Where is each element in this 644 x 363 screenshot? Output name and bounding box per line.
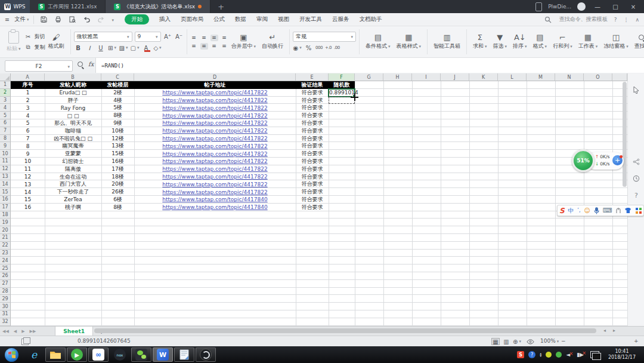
row-number-12[interactable]: 12 (0, 165, 11, 173)
font-size-select[interactable]: 9 (135, 32, 161, 42)
cell-B11[interactable]: 幻想骑士 (45, 158, 101, 165)
decrease-indent-icon[interactable]: ≡ (221, 35, 228, 41)
header-cell-0[interactable]: 序号 (11, 81, 45, 89)
column-header-C[interactable]: C (101, 73, 134, 81)
column-header-L[interactable]: L (498, 73, 527, 81)
cell-E14[interactable]: 符合要求 (296, 180, 329, 188)
emoji-icon[interactable]: ☺ (584, 207, 590, 214)
rows-columns-button[interactable]: ⌐行和列 (550, 33, 575, 51)
document-tab-1[interactable]: S 工作周报 1221.xlsx (30, 0, 106, 13)
redo-icon[interactable] (96, 15, 106, 24)
cell-A17[interactable]: 16 (11, 204, 45, 211)
toolbox-icon[interactable] (636, 208, 642, 214)
cell-E17[interactable]: 符合要求 (296, 204, 329, 211)
row-number-27[interactable]: 27 (0, 280, 11, 288)
cell-C5[interactable]: 8楼 (101, 112, 134, 119)
cell-B15[interactable]: 下一秒你走了 (45, 188, 101, 196)
cell-B14[interactable]: 西门大官人 (45, 180, 101, 188)
cell-E10[interactable]: 符合要求 (296, 150, 329, 158)
cell-E7[interactable]: 符合要求 (296, 127, 329, 135)
cell-B5[interactable]: □ □ (45, 112, 101, 119)
copy-button[interactable]: ⧉ 复制 (24, 43, 45, 52)
cell-B13[interactable]: 生命在运动 (45, 173, 101, 181)
cell-B9[interactable]: 幽冥魔蒂 (45, 142, 101, 150)
cell-B17[interactable]: 桃子啊 (45, 204, 101, 211)
row-number-25[interactable]: 25 (0, 264, 11, 272)
column-header-D[interactable]: D (134, 73, 296, 81)
header-cell-4[interactable]: 验证结果 (296, 81, 329, 89)
search-icon[interactable] (543, 15, 553, 24)
smart-toolbox-button[interactable]: ▥ 智能工具箱 (431, 33, 463, 51)
cell-C7[interactable]: 10楼 (101, 127, 134, 135)
cell-A16[interactable]: 15 (11, 196, 45, 204)
booster-add-button[interactable]: + (612, 155, 623, 165)
more-icon[interactable]: ⋮ (623, 17, 628, 23)
align-left-icon[interactable]: ≡ (190, 43, 198, 50)
hamburger-icon[interactable]: ≡ (5, 16, 10, 23)
column-header-E[interactable]: E (296, 73, 329, 81)
cut-button[interactable]: ✂ 剪切 (24, 32, 45, 41)
column-header-F[interactable]: F (329, 73, 355, 81)
prev-sheet-icon[interactable]: ◀ (11, 329, 19, 334)
cell-A15[interactable]: 14 (11, 188, 45, 196)
collapse-ribbon-icon[interactable]: ∧ (635, 17, 639, 23)
cell-D12[interactable]: https://www.taptap.com/topic/4417822 (134, 165, 296, 173)
cell-C12[interactable]: 17楼 (101, 165, 134, 173)
table-style-button[interactable]: ▦ 表格样式 (394, 33, 425, 51)
increase-font-icon[interactable]: A⁺ (163, 32, 172, 41)
cell-B4[interactable]: Ray Fong (45, 104, 101, 112)
underline-button[interactable]: U (97, 44, 106, 53)
cell-C3[interactable]: 4楼 (101, 97, 134, 104)
cell-A4[interactable]: 3 (11, 104, 45, 112)
punctuation-icon[interactable]: ’, (577, 208, 580, 213)
row-number-32[interactable]: 32 (0, 318, 11, 326)
cell-E12[interactable]: 符合要求 (296, 165, 329, 173)
cell-D11[interactable]: https://www.taptap.com/topic/4417822 (134, 158, 296, 165)
cell-E13[interactable]: 符合要求 (296, 173, 329, 181)
column-header-A[interactable]: A (11, 73, 45, 81)
font-name-select[interactable]: 微软雅黑 (74, 32, 132, 42)
cell-A2[interactable]: 1 (11, 89, 45, 97)
cell-D13[interactable]: https://www.taptap.com/topic/4417822 (134, 173, 296, 181)
scroll-left-icon[interactable]: ◂ (603, 328, 606, 333)
row-number-29[interactable]: 29 (0, 295, 11, 303)
row-number-13[interactable]: 13 (0, 173, 11, 181)
freeze-panes-button[interactable]: ◫冻结窗格 (600, 33, 631, 51)
formula-input[interactable]: =RAND() (95, 58, 644, 73)
align-center-icon[interactable]: ≡ (200, 43, 208, 50)
column-header-K[interactable]: K (469, 73, 498, 81)
align-middle-icon[interactable]: ≡ (200, 35, 208, 41)
clear-format-icon[interactable]: ◇ (153, 44, 162, 53)
file-menu[interactable]: 文件 (14, 16, 29, 23)
increase-decimal-icon[interactable]: +.0 (325, 45, 332, 50)
next-sheet-icon[interactable]: ▶ (19, 329, 27, 334)
row-number-17[interactable]: 17 (0, 204, 11, 211)
cell-D7[interactable]: https://www.taptap.com/topic/4417822 (134, 127, 296, 135)
sort-button[interactable]: A↓排序 (510, 33, 530, 51)
cell-A14[interactable]: 13 (11, 180, 45, 188)
hidden-icons-arrow[interactable]: ▴▾ (540, 352, 541, 357)
row-number-9[interactable]: 9 (0, 142, 11, 150)
cell-A12[interactable]: 11 (11, 165, 45, 173)
menu-tab-3[interactable]: 公式 (213, 16, 225, 23)
cell-D4[interactable]: https://www.taptap.com/topic/4417822 (134, 104, 296, 112)
cell-E2[interactable]: 符合要求 (296, 89, 329, 97)
document-tab-2[interactable]: S 《坦克大决战》活动名单.xlsx (106, 0, 210, 13)
windows-start-button[interactable] (5, 348, 18, 362)
row-number-6[interactable]: 6 (0, 119, 11, 127)
format-button[interactable]: ▤格式 (530, 33, 550, 51)
cell-E15[interactable]: 符合要求 (296, 188, 329, 196)
eye-protect-icon[interactable] (526, 338, 534, 345)
row-number-26[interactable]: 26 (0, 272, 11, 280)
page-layout-view-icon[interactable]: ⊕ (513, 338, 521, 345)
fill-color-icon[interactable]: ▨ (119, 44, 128, 53)
panel-help-icon[interactable]: ? (631, 190, 641, 200)
volume-muted-icon[interactable]: ◄× (566, 352, 570, 358)
cell-A9[interactable]: 8 (11, 142, 45, 150)
cell-D16[interactable]: https://www.taptap.com/topic/4417840 (134, 196, 296, 204)
page-break-view-icon[interactable]: ▥ (502, 338, 510, 345)
restore-button[interactable]: □ (609, 4, 621, 10)
horizontal-scrollbar[interactable] (94, 328, 596, 333)
row-number-24[interactable]: 24 (0, 257, 11, 264)
column-header-I[interactable]: I (412, 73, 441, 81)
